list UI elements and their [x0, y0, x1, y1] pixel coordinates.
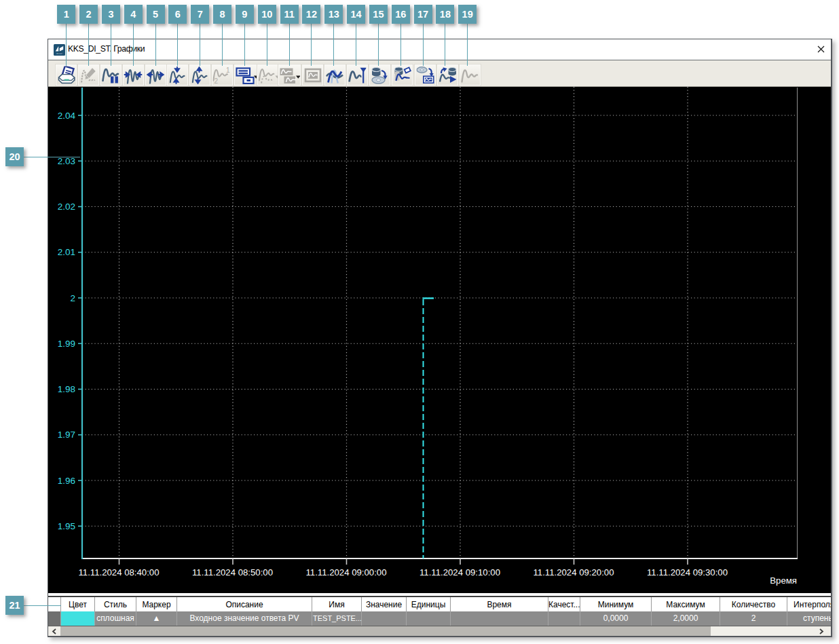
svg-text:2.02: 2.02 [58, 202, 75, 212]
svg-text:2.01: 2.01 [58, 247, 75, 257]
svg-text:1.96: 1.96 [58, 476, 75, 486]
svg-text:11.11.2024 09:00:00: 11.11.2024 09:00:00 [305, 567, 386, 577]
svg-text:Время: Время [770, 575, 797, 586]
svg-text:1: 1 [226, 66, 230, 73]
svg-text:11.11.2024 09:10:00: 11.11.2024 09:10:00 [420, 567, 500, 577]
svg-text:1.97: 1.97 [58, 430, 75, 440]
svg-text:2: 2 [215, 77, 219, 84]
svg-text:2.03: 2.03 [58, 156, 75, 166]
svg-text:11.11.2024 08:50:00: 11.11.2024 08:50:00 [192, 567, 273, 577]
svg-text:1.98: 1.98 [58, 384, 75, 394]
svg-text:2.04: 2.04 [58, 111, 76, 121]
svg-text:1.95: 1.95 [58, 521, 75, 531]
svg-text:11.11.2024 09:20:00: 11.11.2024 09:20:00 [533, 567, 614, 577]
svg-text:1.99: 1.99 [58, 339, 75, 349]
svg-text:2: 2 [70, 293, 75, 303]
svg-text:инсат: инсат [56, 52, 62, 55]
svg-text:11.11.2024 08:40:00: 11.11.2024 08:40:00 [78, 567, 159, 577]
svg-text:11.11.2024 09:30:00: 11.11.2024 09:30:00 [647, 567, 728, 577]
